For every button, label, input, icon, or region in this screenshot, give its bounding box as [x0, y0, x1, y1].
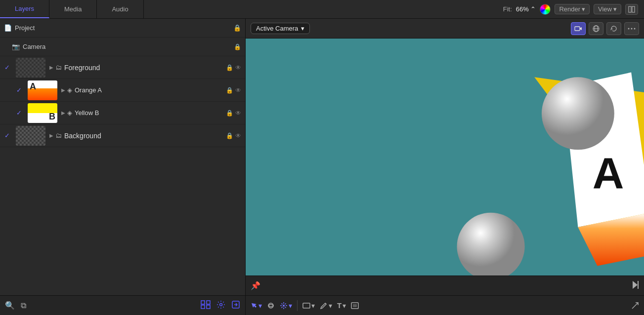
- project-name: Project: [15, 24, 233, 32]
- layer-row-foreground[interactable]: ✓ ▶ 🗂 Foreground 🔒 👁: [0, 56, 245, 79]
- layers-view-button[interactable]: ⧉: [21, 301, 26, 310]
- yellow-b-vis-icon: 👁: [235, 110, 241, 117]
- yellow-b-right-icons: 🔒 👁: [226, 110, 241, 117]
- canvas-view-controls: [571, 22, 639, 35]
- yellow-b-lock-icon: 🔒: [226, 110, 233, 117]
- expand-foreground-arrow[interactable]: ▶: [49, 65, 53, 70]
- svg-point-12: [628, 28, 630, 29]
- main-content: 📄 Project 🔒 📷 Camera 🔒 ✓ ▶ 🗂 Foreground: [0, 19, 644, 315]
- timeline-bar: 📌: [246, 276, 644, 295]
- grid-toggle-button[interactable]: [201, 300, 211, 311]
- shape-tool-button[interactable]: ▾: [302, 302, 315, 310]
- svg-rect-5: [207, 305, 210, 309]
- layer-row-background[interactable]: ✓ ▶ 🗂 Background 🔒 👁: [0, 124, 245, 147]
- background-right-icons: 🔒 👁: [226, 132, 241, 139]
- background-lock-icon: 🔒: [226, 132, 233, 139]
- svg-rect-2: [201, 301, 205, 304]
- fit-value[interactable]: 66% ⌃: [516, 5, 536, 13]
- svg-marker-23: [633, 281, 638, 289]
- yellow-b-shape-icon: ◈: [67, 109, 72, 117]
- canvas-viewport[interactable]: A B: [246, 39, 644, 276]
- search-button[interactable]: 🔍: [5, 301, 15, 310]
- layer-check-foreground[interactable]: ✓: [2, 64, 12, 71]
- color-swatch[interactable]: [540, 4, 551, 15]
- tab-audio[interactable]: Audio: [97, 0, 143, 18]
- layers-panel: 📄 Project 🔒 📷 Camera 🔒 ✓ ▶ 🗂 Foreground: [0, 19, 246, 315]
- fit-label: Fit:: [503, 5, 512, 13]
- foreground-lock-icon: 🔒: [226, 64, 233, 71]
- wireframe-button[interactable]: [589, 22, 603, 35]
- rotate-button[interactable]: [606, 22, 621, 35]
- svg-point-25: [283, 305, 285, 307]
- layer-thumb-orange-a: [28, 80, 57, 100]
- active-camera-dropdown[interactable]: Active Camera ▾: [251, 23, 310, 34]
- orange-a-lock-icon: 🔒: [226, 87, 233, 94]
- project-icon: 📄: [4, 24, 12, 32]
- svg-rect-0: [629, 6, 631, 12]
- svg-point-20: [542, 77, 614, 150]
- layer-check-yellow-b[interactable]: ✓: [14, 109, 24, 117]
- foreground-right-icons: 🔒 👁: [226, 64, 241, 71]
- orange-a-right-icons: 🔒 👁: [226, 87, 241, 94]
- top-bar-controls: Fit: 66% ⌃ Render ▾ View ▾: [497, 0, 644, 18]
- window-layout-button[interactable]: [625, 4, 638, 15]
- timeline-end-icon[interactable]: [632, 280, 639, 291]
- camera-view-button[interactable]: [571, 22, 586, 35]
- svg-rect-3: [207, 301, 210, 304]
- pen-tool-button[interactable]: ▾: [320, 302, 332, 310]
- svg-rect-4: [201, 305, 205, 309]
- orbit-tool-button[interactable]: [267, 302, 275, 310]
- foreground-folder-icon: 🗂: [55, 64, 62, 71]
- select-tool-button[interactable]: ▾: [251, 302, 262, 310]
- render-button[interactable]: Render ▾: [555, 4, 590, 14]
- layer-thumb-background: [16, 126, 45, 146]
- layer-row-orange-a[interactable]: ✓ ▶ ◈ Orange A 🔒 👁: [0, 79, 245, 102]
- pan-tool-button[interactable]: ▾: [280, 302, 292, 310]
- more-options-button[interactable]: [624, 22, 639, 35]
- active-camera-label: Active Camera: [256, 25, 298, 32]
- expand-orange-a-arrow[interactable]: ▶: [61, 87, 65, 93]
- orange-a-label: Orange A: [75, 86, 226, 94]
- svg-rect-8: [575, 27, 580, 31]
- right-bottom-toolbar: ▾ ▾ ▾ ▾ T ▾: [246, 295, 644, 315]
- canvas-topbar: Active Camera ▾: [246, 19, 644, 39]
- svg-rect-26: [303, 303, 310, 308]
- view-button[interactable]: View ▾: [594, 4, 621, 14]
- toolbar-separator-1: [297, 300, 298, 311]
- mask-tool-button[interactable]: [351, 302, 359, 309]
- background-label: Background: [64, 132, 226, 140]
- camera-lock-icon: 🔒: [234, 43, 241, 50]
- layer-thumb-foreground: [16, 58, 45, 78]
- timeline-pin-icon[interactable]: 📌: [251, 281, 260, 290]
- expand-background-arrow[interactable]: ▶: [49, 133, 53, 138]
- camera-name: Camera: [23, 43, 234, 50]
- orange-a-vis-icon: 👁: [235, 87, 241, 94]
- yellow-b-label: Yellow B: [75, 109, 226, 117]
- svg-line-29: [632, 303, 638, 309]
- left-bottom-toolbar: 🔍 ⧉: [0, 295, 245, 315]
- tab-layers[interactable]: Layers: [0, 0, 49, 18]
- camera-icon: 📷: [12, 43, 20, 50]
- expand-yellow-b-arrow[interactable]: ▶: [61, 110, 65, 116]
- layers-list: ✓ ▶ 🗂 Foreground 🔒 👁 ✓ ▶ ◈: [0, 56, 245, 295]
- camera-row: 📷 Camera 🔒: [0, 38, 245, 56]
- settings-button[interactable]: [216, 300, 225, 311]
- tab-media[interactable]: Media: [49, 0, 97, 18]
- scene-svg: A B: [246, 39, 644, 276]
- active-camera-chevron: ▾: [301, 25, 304, 32]
- project-row: 📄 Project 🔒: [0, 19, 245, 38]
- foreground-label: Foreground: [64, 64, 226, 72]
- transform-tool-button[interactable]: [631, 302, 639, 310]
- layer-check-background[interactable]: ✓: [2, 132, 12, 139]
- export-button[interactable]: [231, 300, 240, 311]
- svg-point-6: [220, 303, 222, 306]
- text-tool-button[interactable]: T ▾: [337, 301, 346, 310]
- svg-point-14: [634, 28, 636, 29]
- background-vis-icon: 👁: [235, 132, 241, 139]
- orange-a-shape-icon: ◈: [67, 86, 72, 94]
- top-bar: Layers Media Audio Fit: 66% ⌃ Render ▾ V…: [0, 0, 644, 19]
- layer-thumb-yellow-b: [28, 103, 57, 123]
- layer-check-orange-a[interactable]: ✓: [14, 86, 24, 94]
- svg-point-13: [631, 28, 633, 29]
- layer-row-yellow-b[interactable]: ✓ ▶ ◈ Yellow B 🔒 👁: [0, 102, 245, 124]
